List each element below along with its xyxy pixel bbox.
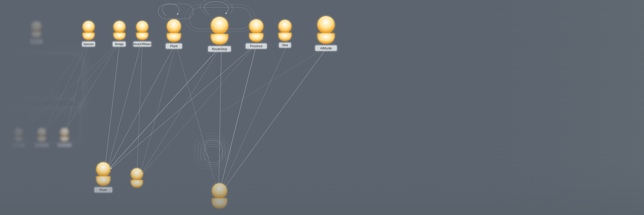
svg-point-32 (136, 21, 148, 33)
svg-text:Bridge: Bridge (115, 42, 124, 46)
svg-text:BodyOfWater: BodyOfWater (133, 42, 151, 46)
node-sea[interactable]: Sea (279, 20, 291, 48)
svg-text:RouteStop: RouteStop (212, 47, 227, 51)
svg-point-47 (317, 16, 335, 33)
node-plant[interactable]: Plant (166, 19, 182, 49)
svg-text:Province: Province (250, 44, 263, 48)
node-n6[interactable] (212, 183, 227, 208)
node-river[interactable]: River (94, 162, 112, 192)
svg-point-23 (31, 21, 42, 32)
svg-text:Altitude: Altitude (320, 46, 332, 50)
node-bridge[interactable]: Bridge (113, 21, 126, 46)
svg-point-35 (167, 19, 181, 33)
svg-point-50 (14, 128, 23, 137)
svg-point-52 (60, 128, 69, 137)
svg-point-44 (279, 20, 291, 33)
svg-point-26 (83, 21, 94, 33)
node-species[interactable]: Species (82, 21, 95, 46)
svg-point-56 (96, 162, 110, 176)
svg-point-60 (212, 183, 227, 198)
svg-point-59 (131, 168, 143, 180)
svg-text:Plant: Plant (170, 44, 178, 48)
svg-point-51 (37, 128, 46, 137)
node-stream[interactable]: Stream (30, 21, 42, 44)
svg-text:River: River (100, 188, 107, 192)
svg-text:Stream: Stream (32, 40, 41, 43)
svg-text:Species: Species (83, 42, 94, 46)
svg-point-38 (211, 17, 228, 34)
svg-point-41 (249, 19, 263, 33)
node-altitude[interactable]: Altitude (315, 16, 337, 51)
node-n5[interactable] (131, 168, 143, 187)
svg-point-29 (114, 21, 125, 33)
svg-text:Sea: Sea (282, 43, 288, 47)
